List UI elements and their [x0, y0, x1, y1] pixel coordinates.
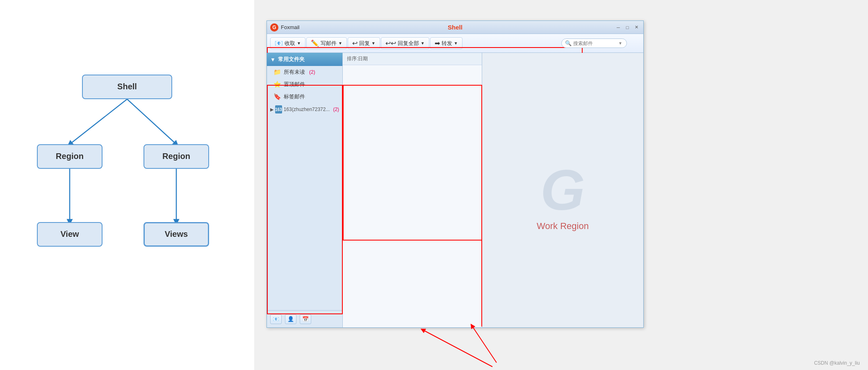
- email-list-content[interactable]: [343, 65, 482, 327]
- app-name-label: Foxmail: [281, 24, 300, 30]
- reply-all-button[interactable]: ↩↩ 回复全部 ▼: [381, 37, 429, 49]
- star-icon: ⭐: [273, 81, 281, 88]
- svg-line-5: [472, 326, 497, 363]
- forward-button[interactable]: ➡ 转发 ▼: [430, 37, 462, 49]
- compose-dropdown-icon: ▼: [338, 41, 342, 45]
- region1-label: Region: [56, 152, 84, 161]
- reply-all-dropdown-icon: ▼: [421, 41, 425, 45]
- title-bar-left: G Foxmail: [270, 23, 300, 32]
- compose-button[interactable]: ✏️ 写邮件 ▼: [306, 37, 347, 49]
- account-163-label: 163(zhuzhen72372...: [284, 107, 330, 112]
- minimize-button[interactable]: ─: [615, 24, 622, 31]
- forward-dropdown-icon: ▼: [454, 41, 458, 45]
- folder-icon: 📁: [273, 68, 281, 76]
- receive-dropdown-icon: ▼: [297, 41, 301, 45]
- foxmail-logo-icon: G: [270, 23, 278, 32]
- diagram-arrows: [25, 62, 230, 308]
- svg-line-0: [70, 99, 127, 144]
- reply-dropdown-icon: ▼: [371, 41, 376, 45]
- account-163[interactable]: ▶ 163 163(zhuzhen72372... (2): [267, 103, 342, 116]
- all-unread-label: 所有未读: [284, 68, 305, 76]
- receive-icon: 📧: [275, 39, 283, 47]
- all-unread-folder[interactable]: 📁 所有未读 (2): [267, 66, 342, 78]
- sidebar-btn-calendar[interactable]: 📅: [300, 314, 311, 324]
- work-region-label: Work Region: [537, 221, 589, 232]
- reply-label: 回复: [359, 40, 370, 47]
- reply-button[interactable]: ↩ 回复 ▼: [348, 37, 380, 49]
- toolbar: 📧 收取 ▼ ✏️ 写邮件 ▼ ↩ 回复 ▼ ↩↩ 回复全部 ▼ ➡: [267, 34, 643, 53]
- account-expand-icon: ▶: [270, 107, 273, 112]
- svg-line-4: [423, 330, 492, 367]
- email-list-panel: 排序:日期: [343, 53, 482, 327]
- compose-icon: ✏️: [311, 39, 319, 47]
- search-dropdown-icon[interactable]: ▼: [618, 41, 622, 45]
- folder-header: ▼ 常用文件夹: [267, 53, 342, 66]
- tagged-label: 标签邮件: [284, 93, 305, 100]
- reply-all-label: 回复全部: [398, 40, 419, 47]
- receive-button[interactable]: 📧 收取 ▼: [270, 37, 305, 49]
- common-folders-label: 常用文件夹: [278, 56, 305, 63]
- diagram-area: Shell Region Region View Views: [0, 0, 254, 370]
- forward-label: 转发: [442, 40, 452, 47]
- starred-label: 置顶邮件: [284, 81, 305, 88]
- tag-icon: 🔖: [273, 93, 281, 100]
- shell-label: Shell: [117, 82, 137, 91]
- main-content: ▼ 常用文件夹 📁 所有未读 (2) ⭐ 置顶邮件 🔖 标签邮: [267, 53, 643, 327]
- view-label: View: [60, 229, 79, 239]
- csdn-label: CSDN @kalvin_y_liu: [814, 360, 860, 366]
- all-unread-badge: (2): [309, 69, 315, 75]
- work-region-logo: G: [540, 161, 585, 219]
- views-box: Views: [144, 222, 209, 247]
- logo-char: G: [540, 158, 585, 222]
- folder-list: 📁 所有未读 (2) ⭐ 置顶邮件 🔖 标签邮件 ▶ 163: [267, 66, 342, 310]
- search-input[interactable]: [573, 41, 618, 46]
- title-controls: ─ □ ✕: [615, 24, 640, 31]
- sort-label: 排序:日期: [347, 55, 368, 62]
- title-bar: G Foxmail Shell ─ □ ✕: [267, 21, 643, 34]
- region2-box: Region: [144, 144, 209, 169]
- region2-label: Region: [162, 152, 190, 161]
- foxmail-window: G Foxmail Shell ─ □ ✕ 📧 收取 ▼ ✏️ 写邮件 ▼: [267, 20, 644, 328]
- search-icon: 🔍: [565, 40, 572, 46]
- work-region-panel: G Work Region: [482, 53, 643, 327]
- search-box[interactable]: 🔍 ▼: [561, 39, 627, 48]
- views-label: Views: [165, 229, 188, 239]
- tagged-folder[interactable]: 🔖 标签邮件: [267, 91, 342, 103]
- close-button[interactable]: ✕: [633, 24, 640, 31]
- receive-label: 收取: [285, 40, 295, 47]
- svg-line-1: [127, 99, 176, 144]
- starred-folder[interactable]: ⭐ 置顶邮件: [267, 78, 342, 91]
- window-title: Shell: [448, 24, 462, 31]
- account-163-badge: (2): [333, 107, 339, 112]
- diagram-container: Shell Region Region View Views: [25, 62, 230, 308]
- region1-box: Region: [37, 144, 103, 169]
- shell-box: Shell: [82, 75, 172, 99]
- csdn-footer: CSDN @kalvin_y_liu: [814, 360, 860, 366]
- reply-icon: ↩: [352, 39, 358, 47]
- sidebar-btn-contacts[interactable]: 👤: [285, 314, 296, 324]
- folder-collapse-icon[interactable]: ▼: [270, 57, 276, 63]
- compose-label: 写邮件: [321, 40, 337, 47]
- maximize-button[interactable]: □: [624, 24, 631, 31]
- forward-icon: ➡: [435, 39, 440, 47]
- sidebar-btn-mail[interactable]: 📧: [270, 314, 282, 324]
- reply-all-icon: ↩↩: [385, 39, 396, 47]
- search-area: 🔍 ▼: [561, 39, 627, 48]
- email-list-header: 排序:日期: [343, 53, 482, 65]
- sidebar-panel: ▼ 常用文件夹 📁 所有未读 (2) ⭐ 置顶邮件 🔖 标签邮: [267, 53, 343, 327]
- sidebar-bottom: 📧 👤 📅: [267, 310, 342, 327]
- account-163-icon: 163: [275, 105, 282, 113]
- view-box: View: [37, 222, 103, 247]
